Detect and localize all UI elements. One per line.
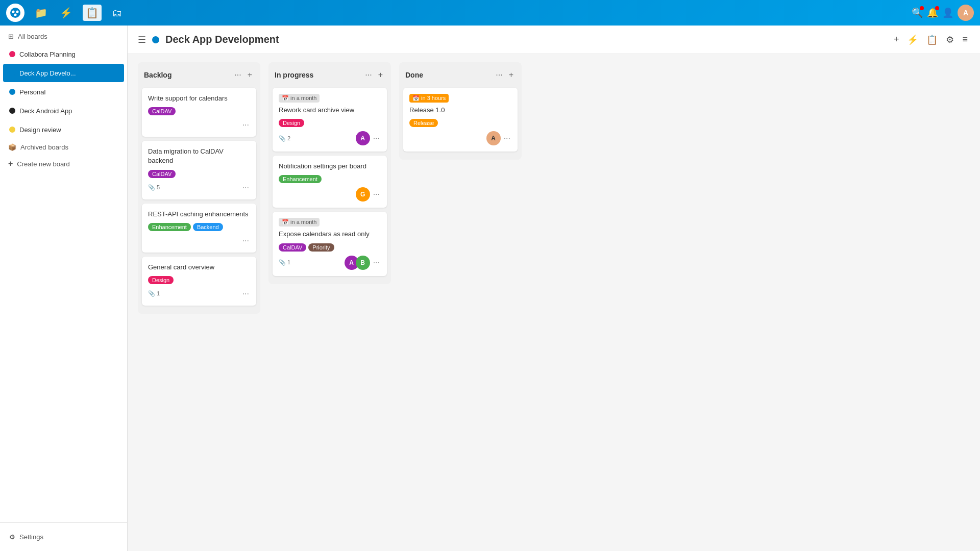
search-icon[interactable]: 🔍 xyxy=(912,7,923,18)
board-title: Deck App Development xyxy=(165,34,886,45)
card-avatar: A xyxy=(356,131,370,145)
view-icon[interactable]: ≡ xyxy=(960,32,970,47)
board-area: ☰ Deck App Development + ⚡ 📋 ⚙ ≡ Backlog… xyxy=(128,26,980,551)
mail-icon[interactable]: 📋 xyxy=(83,5,102,21)
card-more-button[interactable]: ··· xyxy=(241,288,250,299)
card-footer: ··· xyxy=(148,119,250,131)
contacts-icon[interactable]: 👤 xyxy=(942,7,953,18)
tag-release: Release xyxy=(409,119,438,127)
due-badge: 📅 in a month xyxy=(279,94,320,103)
activity-icon[interactable]: ⚡ xyxy=(58,5,75,21)
column-more-backlog[interactable]: ··· xyxy=(232,69,243,81)
avatar-group: A xyxy=(486,131,501,145)
sidebar-item-collabora[interactable]: Collabora Planning ⇧ ··· xyxy=(3,45,124,63)
card-c5[interactable]: 📅 in a month Rework card archive view De… xyxy=(273,88,387,152)
column-backlog: Backlog ··· + Write support for calendar… xyxy=(138,62,260,314)
columns-area: Backlog ··· + Write support for calendar… xyxy=(128,54,980,551)
card-actions: AB ··· xyxy=(345,256,381,270)
deck-icon[interactable]: 🗂 xyxy=(110,5,124,21)
card-c6[interactable]: Notification settings per board Enhancem… xyxy=(273,156,387,208)
tag-design: Design xyxy=(148,276,174,284)
card-tags: EnhancementBackend xyxy=(148,223,250,231)
tag-caldav: CalDAV xyxy=(148,107,176,115)
tag-backend: Backend xyxy=(193,223,223,231)
add-list-icon[interactable]: + xyxy=(892,32,901,47)
share-icon[interactable]: 📋 xyxy=(924,32,940,47)
attachments-count: 📎 5 xyxy=(148,184,160,191)
column-more-inprogress[interactable]: ··· xyxy=(363,69,374,81)
column-add-backlog[interactable]: + xyxy=(246,69,254,81)
card-footer: 📎 1 AB ··· xyxy=(279,256,381,270)
tag-design: Design xyxy=(279,119,304,127)
card-meta: 📎 5 xyxy=(148,184,160,191)
sidebar-item-deckapp[interactable]: Deck App Develo... ⇧ ··· xyxy=(3,64,124,82)
sidebar-item-personal[interactable]: Personal ⇧ ··· xyxy=(3,83,124,101)
column-done: Done ··· + 📅 in 3 hours Release 1.0 Rele… xyxy=(399,62,522,160)
card-footer: 📎 2 A ··· xyxy=(279,131,381,145)
card-c2[interactable]: Data migration to CalDAV backend CalDAV … xyxy=(142,141,256,199)
column-header-backlog: Backlog ··· + xyxy=(142,66,256,84)
sidebar-create-board[interactable]: + Create new board xyxy=(0,155,127,172)
board-header: ☰ Deck App Development + ⚡ 📋 ⚙ ≡ xyxy=(128,26,980,54)
card-footer: A ··· xyxy=(409,131,511,145)
more-icon-collabora[interactable]: ··· xyxy=(110,49,118,59)
filter-icon[interactable]: ⚡ xyxy=(905,32,920,47)
more-icon-deckapp[interactable]: ··· xyxy=(110,68,118,78)
user-avatar[interactable]: A xyxy=(958,5,974,21)
more-icon-personal[interactable]: ··· xyxy=(110,87,118,97)
tag-enhancement: Enhancement xyxy=(148,223,191,231)
card-more-button[interactable]: ··· xyxy=(241,119,250,131)
settings-item[interactable]: ⚙ Settings xyxy=(6,529,121,545)
card-more-button[interactable]: ··· xyxy=(372,133,381,144)
card-c8[interactable]: 📅 in 3 hours Release 1.0 Release A ··· xyxy=(403,88,518,152)
card-tags: CalDAVPriority xyxy=(279,243,381,252)
due-badge: 📅 in a month xyxy=(279,218,320,227)
notifications-icon[interactable]: 🔔 xyxy=(927,7,938,18)
card-actions: ··· xyxy=(239,288,250,299)
card-actions: ··· xyxy=(239,235,250,246)
column-add-inprogress[interactable]: + xyxy=(376,69,385,81)
share-icon-design[interactable]: ⇧ xyxy=(100,124,108,135)
hamburger-icon[interactable]: ☰ xyxy=(138,34,146,45)
tag-caldav: CalDAV xyxy=(279,243,306,252)
due-badge: 📅 in 3 hours xyxy=(409,94,449,103)
card-tags: Release xyxy=(409,119,511,127)
card-c7[interactable]: 📅 in a month Expose calendars as read on… xyxy=(273,212,387,276)
svg-point-1 xyxy=(12,11,15,13)
card-c4[interactable]: General card overview Design 📎 1 ··· xyxy=(142,257,256,306)
card-actions: G ··· xyxy=(356,187,381,202)
card-meta: 📎 1 xyxy=(148,290,160,297)
card-more-button[interactable]: ··· xyxy=(241,182,250,193)
card-footer: 📎 5 ··· xyxy=(148,182,250,193)
more-icon-android[interactable]: ··· xyxy=(110,106,118,116)
column-title-done: Done xyxy=(405,71,494,79)
card-top-row: 📅 in a month xyxy=(279,94,381,103)
share-icon-personal[interactable]: ⇧ xyxy=(100,87,108,97)
settings-board-icon[interactable]: ⚙ xyxy=(944,32,956,47)
share-icon-collabora[interactable]: ⇧ xyxy=(100,49,108,59)
sidebar-bottom: ⚙ Settings xyxy=(0,522,127,551)
column-add-done[interactable]: + xyxy=(507,69,516,81)
share-icon-android[interactable]: ⇧ xyxy=(100,106,108,116)
sidebar-item-design[interactable]: Design review ⇧ ··· xyxy=(3,120,124,139)
card-more-button[interactable]: ··· xyxy=(503,133,511,144)
sidebar-item-android[interactable]: Deck Android App ⇧ ··· xyxy=(3,102,124,120)
card-c3[interactable]: REST-API caching enhancements Enhancemen… xyxy=(142,204,256,253)
topnav: 📁 ⚡ 📋 🗂 🔍 🔔 👤 A xyxy=(0,0,980,26)
card-meta: 📎 2 xyxy=(279,135,290,142)
column-more-done[interactable]: ··· xyxy=(494,69,504,81)
app-logo[interactable] xyxy=(6,4,24,22)
more-icon-design[interactable]: ··· xyxy=(110,124,118,135)
card-more-button[interactable]: ··· xyxy=(241,235,250,246)
svg-point-0 xyxy=(10,8,20,18)
column-header-inprogress: In progress ··· + xyxy=(273,66,387,84)
card-c1[interactable]: Write support for calendars CalDAV ··· xyxy=(142,88,256,137)
sidebar-archived-boards[interactable]: 📦 Archived boards xyxy=(0,139,127,155)
card-actions: ··· xyxy=(239,119,250,131)
card-more-button[interactable]: ··· xyxy=(372,189,381,200)
sidebar-label-personal: Personal xyxy=(19,88,100,96)
column-inprogress: In progress ··· + 📅 in a month Rework ca… xyxy=(268,62,391,284)
files-icon[interactable]: 📁 xyxy=(33,5,50,21)
share-icon-deckapp[interactable]: ⇧ xyxy=(100,68,108,78)
card-more-button[interactable]: ··· xyxy=(372,257,381,268)
